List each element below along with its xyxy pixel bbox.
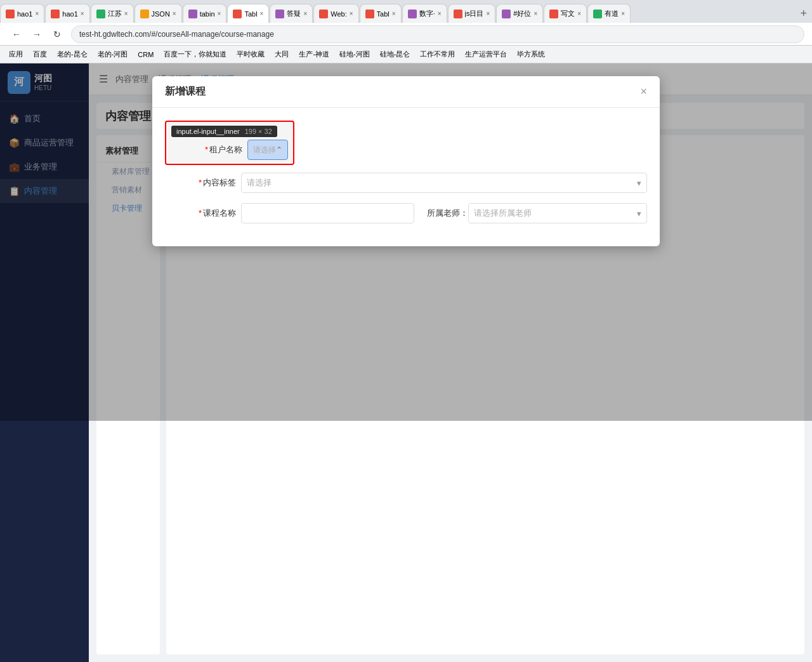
bookmark-item[interactable]: 老的-河图 — [94, 48, 132, 60]
bookmark-item[interactable]: 平时收藏 — [233, 48, 268, 60]
form-control-course-name — [241, 203, 421, 223]
browser-tab[interactable]: 有道× — [587, 4, 631, 23]
form-row-tenant: 租户名称 请选择 ⌃ — [171, 140, 288, 160]
bookmark-item[interactable]: 百度 — [29, 48, 51, 60]
bookmark-item[interactable]: 硅地-河图 — [336, 48, 374, 60]
back-button[interactable]: ← — [8, 25, 25, 43]
tenant-select-arrow-icon: ⌃ — [276, 145, 282, 154]
teacher-select-placeholder: 请选择所属老师 — [474, 208, 532, 219]
browser-tab[interactable]: Tabl× — [360, 4, 402, 23]
form-row-course-teacher: 课程名称 所属老师： 请选择所属老师 ▾ — [165, 203, 647, 223]
tenant-select[interactable]: 请选择 ⌃ — [247, 140, 288, 160]
address-bar: ← → ↻ test-ht.gdwltech.com/#/courseAll-m… — [0, 23, 812, 46]
tooltip-size: 199 × 32 — [245, 128, 272, 135]
url-bar[interactable]: test-ht.gdwltech.com/#/courseAll-manage/… — [71, 25, 804, 43]
dialog-header: 新增课程 × — [152, 76, 660, 108]
form-area: input.el-input__inner 199 × 32 租户名称 请选择 … — [165, 121, 647, 223]
form-control-tenant: 请选择 ⌃ — [247, 140, 288, 160]
forward-button[interactable]: → — [28, 25, 46, 43]
tab-bar: hao1×hao1×江苏×JSON×tabin×Tabl×答疑×Web:×Tab… — [0, 0, 812, 23]
browser-tab[interactable]: hao1× — [0, 4, 44, 23]
browser-tab[interactable]: js日目× — [448, 4, 496, 23]
bookmark-item[interactable]: 应用 — [5, 48, 27, 60]
browser-tab[interactable]: Web:× — [313, 4, 358, 23]
tenant-select-placeholder: 请选择 — [253, 145, 276, 156]
form-label-tenant: 租户名称 — [171, 144, 247, 156]
browser-tab[interactable]: 江苏× — [91, 4, 134, 23]
form-row-content-tag: 内容标签 请选择 ▾ — [165, 173, 647, 193]
bookmarks-bar: 应用百度老的-昆仑老的-河图CRM百度一下，你就知道平时收藏大同生产-神道硅地-… — [0, 46, 812, 63]
form-label-teacher: 所属老师： — [427, 208, 468, 219]
bookmark-item[interactable]: 工作不常用 — [416, 48, 459, 60]
bookmark-item[interactable]: 老的-昆仑 — [53, 48, 91, 60]
browser-tab[interactable]: tabin× — [183, 4, 227, 23]
browser-tab[interactable]: hao1× — [45, 4, 89, 23]
bookmark-item[interactable]: 大同 — [271, 48, 292, 60]
tenant-field-wrapper: input.el-input__inner 199 × 32 租户名称 请选择 … — [165, 121, 647, 168]
form-control-content-tag: 请选择 ▾ — [241, 173, 647, 193]
browser-tab[interactable]: #好位× — [496, 4, 543, 23]
form-label-course-name: 课程名称 — [165, 208, 241, 219]
course-name-input[interactable] — [241, 203, 414, 223]
bookmark-item[interactable]: 百度一下，你就知道 — [160, 48, 230, 60]
add-course-dialog: 新增课程 × input.el-input__inner 199 × 32 — [152, 76, 660, 246]
dialog-title: 新增课程 — [165, 85, 206, 98]
browser-chrome: hao1×hao1×江苏×JSON×tabin×Tabl×答疑×Web:×Tab… — [0, 0, 812, 662]
bookmark-item[interactable]: CRM — [134, 50, 157, 60]
bookmark-item[interactable]: 生产-神道 — [295, 48, 333, 60]
bookmark-item[interactable]: 毕方系统 — [513, 48, 549, 60]
url-text: test-ht.gdwltech.com/#/courseAll-manage/… — [79, 30, 274, 39]
browser-tab[interactable]: JSON× — [134, 4, 182, 23]
browser-tab[interactable]: 写文× — [544, 4, 587, 23]
form-label-content-tag: 内容标签 — [165, 177, 241, 189]
dialog-body: input.el-input__inner 199 × 32 租户名称 请选择 … — [152, 108, 660, 246]
form-control-teacher: 请选择所属老师 ▾ — [468, 203, 648, 223]
dialog-overlay: 新增课程 × input.el-input__inner 199 × 32 — [0, 63, 812, 421]
bookmark-item[interactable]: 硅地-昆仑 — [376, 48, 414, 60]
element-tooltip: input.el-input__inner 199 × 32 — [171, 126, 277, 137]
content-tag-select[interactable]: 请选择 ▾ — [241, 173, 647, 193]
dialog-close-button[interactable]: × — [640, 85, 647, 98]
browser-tab[interactable]: Tabl× — [227, 4, 269, 23]
tooltip-trigger-area: input.el-input__inner 199 × 32 租户名称 请选择 … — [165, 121, 294, 165]
content-tag-arrow-icon: ▾ — [637, 178, 641, 188]
browser-tab[interactable]: 数字·× — [402, 4, 447, 23]
teacher-select[interactable]: 请选择所属老师 ▾ — [468, 203, 648, 223]
content-tag-placeholder: 请选择 — [247, 177, 272, 189]
tooltip-element-name: input.el-input__inner — [176, 128, 240, 135]
refresh-button[interactable]: ↻ — [48, 25, 66, 43]
browser-tab[interactable]: 答疑× — [270, 4, 313, 23]
teacher-select-arrow-icon: ▾ — [637, 209, 641, 218]
bookmark-item[interactable]: 生产运营平台 — [461, 48, 511, 60]
